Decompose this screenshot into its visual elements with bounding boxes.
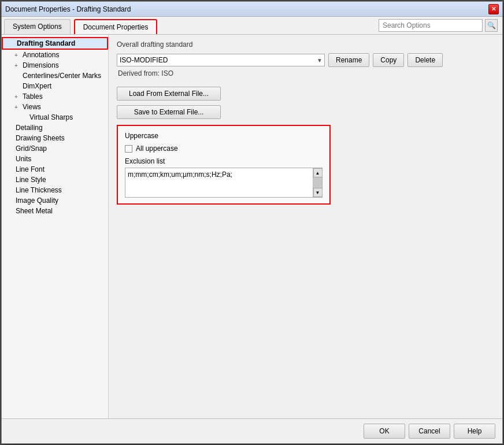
sidebar-item-label: Line Thickness bbox=[16, 186, 62, 194]
sidebar-item-centerlines[interactable]: Centerlines/Center Marks bbox=[2, 71, 108, 81]
rename-button[interactable]: Rename bbox=[328, 53, 369, 67]
sidebar-item-label: Sheet Metal bbox=[16, 207, 53, 215]
search-icon: 🔍 bbox=[487, 21, 496, 29]
expand-icon: + bbox=[14, 52, 21, 58]
main-window: Document Properties - Drafting Standard … bbox=[1, 1, 503, 444]
sidebar-item-label: Views bbox=[23, 103, 41, 111]
all-uppercase-checkbox[interactable] bbox=[125, 145, 132, 153]
expand-icon: + bbox=[14, 94, 21, 100]
uppercase-section-title: Uppercase bbox=[125, 132, 323, 140]
sidebar-item-label: Centerlines/Center Marks bbox=[23, 72, 101, 80]
exclusion-list-wrapper: ▲ ▼ bbox=[125, 168, 323, 198]
search-area: 🔍 bbox=[374, 17, 502, 34]
overall-label: Overall drafting standard bbox=[117, 40, 494, 49]
drafting-standard-dropdown[interactable]: ISO-MODIFIED bbox=[117, 54, 325, 66]
sidebar-item-label: Line Font bbox=[16, 165, 45, 173]
sidebar-item-label: Drafting Standard bbox=[17, 39, 75, 47]
sidebar-item-annotations[interactable]: + Annotations bbox=[2, 50, 108, 60]
top-tab-bar: System Options Document Properties 🔍 bbox=[2, 17, 502, 35]
scroll-down-arrow[interactable]: ▼ bbox=[313, 188, 323, 197]
sidebar-item-sheet-metal[interactable]: Sheet Metal bbox=[2, 206, 108, 216]
load-external-file-button[interactable]: Load From External File... bbox=[117, 87, 221, 101]
sidebar-item-detailing[interactable]: Detailing bbox=[2, 123, 108, 133]
sidebar-item-dimensions[interactable]: + Dimensions bbox=[2, 60, 108, 71]
save-external-file-button[interactable]: Save to External File... bbox=[117, 105, 221, 119]
derived-from-text: Derived from: ISO bbox=[117, 69, 443, 77]
search-input[interactable] bbox=[379, 19, 483, 32]
all-uppercase-label: All uppercase bbox=[136, 144, 178, 153]
main-content: Drafting Standard + Annotations + Dimens… bbox=[2, 35, 502, 418]
tab-document-properties[interactable]: Document Properties bbox=[74, 19, 158, 34]
window-title: Document Properties - Drafting Standard bbox=[5, 5, 131, 13]
sidebar-item-dimxpert[interactable]: DimXpert bbox=[2, 81, 108, 91]
title-bar: Document Properties - Drafting Standard … bbox=[2, 2, 502, 17]
sidebar-item-views[interactable]: + Views bbox=[2, 102, 108, 112]
uppercase-section: Uppercase All uppercase Exclusion list ▲… bbox=[117, 125, 331, 205]
right-panel: Overall drafting standard ISO-MODIFIED ▼… bbox=[109, 35, 502, 418]
sidebar-item-line-thickness[interactable]: Line Thickness bbox=[2, 185, 108, 195]
sidebar-item-tables[interactable]: + Tables bbox=[2, 91, 108, 102]
tab-system-options[interactable]: System Options bbox=[4, 19, 71, 34]
sidebar-item-image-quality[interactable]: Image Quality bbox=[2, 195, 108, 206]
sidebar-item-line-font[interactable]: Line Font bbox=[2, 164, 108, 175]
sidebar-item-grid-snap[interactable]: Grid/Snap bbox=[2, 143, 108, 154]
bottom-bar: OK Cancel Help bbox=[2, 418, 502, 443]
scroll-up-arrow[interactable]: ▲ bbox=[313, 168, 323, 177]
sidebar-item-label: DimXpert bbox=[23, 82, 51, 90]
exclusion-list-label: Exclusion list bbox=[125, 157, 323, 165]
sidebar-item-label: Tables bbox=[23, 92, 43, 101]
scrollbar-vertical: ▲ ▼ bbox=[313, 168, 322, 197]
help-button[interactable]: Help bbox=[454, 424, 495, 439]
copy-button[interactable]: Copy bbox=[373, 53, 404, 67]
sidebar-item-line-style[interactable]: Line Style bbox=[2, 175, 108, 185]
sidebar-item-drawing-sheets[interactable]: Drawing Sheets bbox=[2, 133, 108, 143]
dropdown-wrapper: ISO-MODIFIED ▼ bbox=[117, 54, 325, 66]
expand-icon: + bbox=[14, 62, 21, 69]
scrollbar-thumb bbox=[313, 177, 322, 188]
sidebar-item-virtual-sharps[interactable]: Virtual Sharps bbox=[2, 112, 108, 123]
exclusion-list-textarea[interactable] bbox=[125, 168, 313, 197]
cancel-button[interactable]: Cancel bbox=[409, 424, 450, 439]
all-uppercase-row: All uppercase bbox=[125, 144, 323, 153]
sidebar-item-label: Units bbox=[16, 155, 31, 163]
sidebar-item-drafting-standard[interactable]: Drafting Standard bbox=[2, 37, 108, 50]
sidebar-item-label: Annotations bbox=[23, 51, 59, 59]
top-controls-row: ISO-MODIFIED ▼ Rename Copy Delete Derive… bbox=[117, 53, 494, 121]
sidebar-item-units[interactable]: Units bbox=[2, 154, 108, 164]
sidebar-item-label: Drawing Sheets bbox=[16, 134, 65, 142]
sidebar-item-label: Grid/Snap bbox=[16, 144, 47, 153]
delete-button[interactable]: Delete bbox=[407, 53, 443, 67]
close-button[interactable]: ✕ bbox=[488, 4, 499, 14]
sidebar: Drafting Standard + Annotations + Dimens… bbox=[2, 35, 109, 418]
ok-button[interactable]: OK bbox=[364, 424, 405, 439]
sidebar-item-label: Image Quality bbox=[16, 196, 58, 205]
sidebar-item-label: Line Style bbox=[16, 176, 46, 184]
sidebar-item-label: Virtual Sharps bbox=[29, 113, 73, 121]
sidebar-item-label: Detailing bbox=[16, 124, 43, 132]
sidebar-item-label: Dimensions bbox=[23, 61, 59, 69]
search-button[interactable]: 🔍 bbox=[485, 19, 498, 32]
expand-icon: + bbox=[14, 104, 21, 110]
